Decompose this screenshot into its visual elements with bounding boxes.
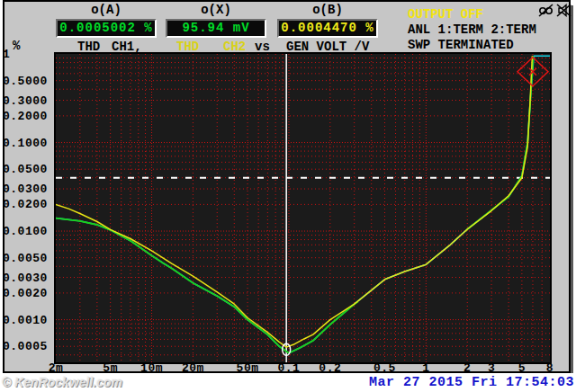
y-tick-label: 0.0005 — [3, 340, 53, 353]
watermark: © KenRockwell.com — [2, 375, 122, 389]
output-status: OUTPUT OFF — [408, 7, 483, 22]
y-tick-label: 0.0100 — [3, 225, 53, 238]
readout-a-label: o(A) — [56, 3, 157, 17]
vs-label: vs — [255, 40, 270, 53]
monitor-off-icon — [538, 4, 554, 17]
y-tick-label: 0.3000 — [3, 94, 53, 108]
y-tick-label: 0.5000 — [3, 75, 53, 88]
readout-b-value: 0.0004470 % — [277, 19, 378, 38]
y-tick-label: 0.0500 — [3, 163, 53, 176]
analyzer-termination-status: ANL 1:TERM 2:TERM — [408, 22, 536, 37]
trace1-type-label: THD — [77, 40, 100, 53]
x-tick-label: 2m — [31, 361, 81, 375]
analyzer-screenshot: o(A) 0.0005002 % o(X) 95.94 mV o(B) 0.00… — [0, 0, 576, 392]
trace2-type-label: THD — [176, 40, 199, 53]
y-tick-label: 1 — [3, 48, 53, 61]
readout-b-label: o(B) — [277, 3, 378, 17]
x-quantity-label: GEN VOLT /V — [286, 40, 369, 53]
y-tick-label: 0.0030 — [3, 272, 53, 285]
timestamp: Mar 27 2015 Fri 17:54:03 — [286, 375, 574, 390]
x-tick-label: 0.2 — [305, 361, 356, 375]
readout-x-value: 95.94 mV — [166, 19, 266, 38]
y-tick-label: 0.1000 — [3, 137, 53, 150]
y-tick-label: 0.0200 — [3, 198, 53, 211]
readout-a-value: 0.0005002 % — [56, 19, 157, 38]
panel-shadow — [571, 5, 573, 373]
readout-x-label: o(X) — [166, 3, 266, 17]
x-tick-label: 20m — [167, 361, 218, 375]
y-tick-label: 0.0020 — [3, 287, 53, 300]
y-tick-label: 0.0050 — [3, 252, 53, 265]
trace2-channel-label: CH2 — [223, 40, 246, 53]
speaker-off-icon — [556, 4, 572, 17]
sweep-status: SWP TERMINATED — [408, 38, 514, 52]
y-tick-label: 0.2000 — [3, 110, 53, 123]
thd-vs-voltage-chart — [56, 54, 550, 362]
trace1-channel-label: CH1, — [112, 40, 142, 53]
x-tick-label: 8 — [525, 361, 575, 375]
y-tick-label: 0.0010 — [3, 314, 53, 327]
y-tick-label: 0.0300 — [3, 183, 53, 196]
